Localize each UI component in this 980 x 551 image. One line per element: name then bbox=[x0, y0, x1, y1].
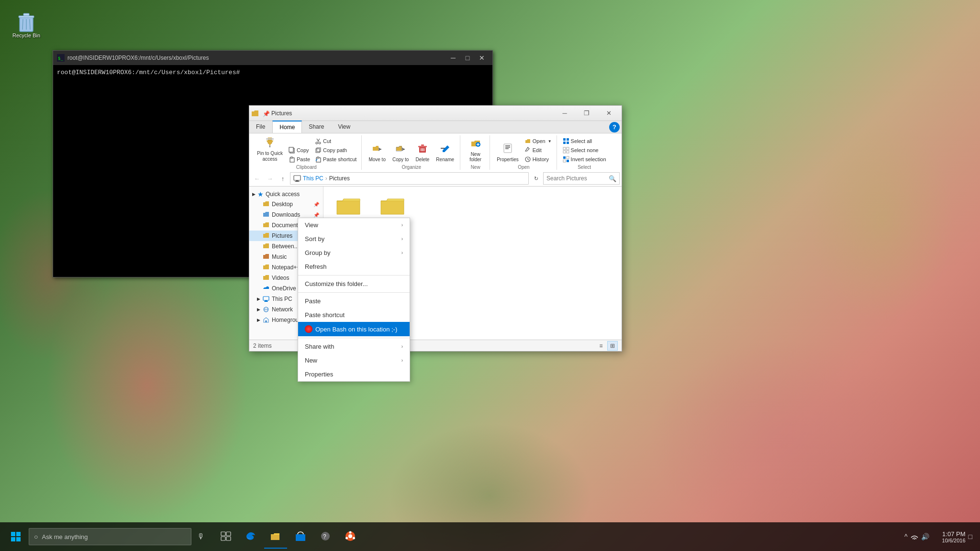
tray-volume-icon[interactable]: 🔊 bbox=[921, 533, 929, 540]
breadcrumb[interactable]: This PC › Pictures bbox=[290, 172, 529, 185]
ribbon-content: Pin to Quickaccess Copy Paste bbox=[249, 133, 622, 171]
sidebar-onedrive-label: OneDrive bbox=[272, 285, 296, 292]
ctx-new[interactable]: New › bbox=[298, 353, 410, 367]
rename-button[interactable]: Rename bbox=[433, 142, 457, 164]
network-icon bbox=[263, 306, 269, 313]
paste-button[interactable]: Paste bbox=[287, 155, 312, 164]
terminal-close-button[interactable]: ✕ bbox=[475, 53, 489, 63]
taskbar-ubuntu[interactable] bbox=[339, 525, 362, 549]
notepad-folder-icon bbox=[263, 264, 269, 271]
explorer-restore-button[interactable]: ❐ bbox=[576, 106, 598, 121]
ctx-sort-by[interactable]: Sort by › bbox=[298, 232, 410, 246]
app5-icon: ? bbox=[320, 530, 331, 542]
ribbon-help-button[interactable]: ? bbox=[609, 122, 620, 132]
terminal-prompt: root@INSIDERW10PROX6:/mnt/c/Users/xboxl/… bbox=[57, 69, 240, 76]
rename-icon bbox=[440, 143, 450, 156]
open-button[interactable]: Open ▼ bbox=[523, 137, 554, 145]
ctx-properties[interactable]: Properties bbox=[298, 367, 410, 381]
taskbar-mic-button[interactable]: 🎙 bbox=[192, 528, 210, 545]
breadcrumb-this-pc[interactable]: This PC bbox=[303, 175, 323, 182]
details-view-button[interactable]: ≡ bbox=[596, 341, 606, 351]
svg-rect-62 bbox=[11, 532, 15, 536]
tray-chevron-icon[interactable]: ^ bbox=[904, 533, 908, 540]
svg-rect-53 bbox=[296, 180, 299, 181]
tab-file[interactable]: File bbox=[249, 121, 272, 133]
copy-button[interactable]: Copy bbox=[287, 146, 312, 154]
select-none-button[interactable]: Select none bbox=[561, 146, 608, 154]
ctx-open-bash[interactable]: Open Bash on this location ;-) bbox=[298, 322, 410, 336]
tray-time[interactable]: 1:07 PM 10/6/2016 bbox=[932, 530, 966, 543]
taskbar-store[interactable] bbox=[289, 525, 312, 549]
tab-home[interactable]: Home bbox=[272, 121, 302, 133]
open-icon bbox=[524, 138, 531, 144]
select-all-button[interactable]: Select all bbox=[561, 137, 608, 145]
search-bar[interactable]: 🔍 bbox=[543, 172, 620, 185]
svg-rect-20 bbox=[317, 148, 321, 152]
taskbar-edge[interactable] bbox=[239, 525, 262, 549]
start-button[interactable] bbox=[4, 525, 28, 549]
explorer-close-button[interactable]: ✕ bbox=[598, 106, 620, 121]
invert-selection-label: Invert selection bbox=[571, 156, 606, 162]
delete-button[interactable]: Delete bbox=[412, 142, 432, 164]
back-button[interactable]: ← bbox=[251, 173, 263, 184]
history-button[interactable]: History bbox=[523, 155, 554, 164]
ctx-paste[interactable]: Paste bbox=[298, 294, 410, 308]
tab-share[interactable]: Share bbox=[302, 121, 331, 133]
copy-path-icon bbox=[315, 147, 322, 154]
ctx-refresh[interactable]: Refresh bbox=[298, 260, 410, 274]
new-folder-button[interactable]: Newfolder bbox=[466, 136, 485, 164]
taskbar-search-box[interactable]: ○ Ask me anything bbox=[29, 528, 191, 545]
properties-button[interactable]: Properties bbox=[494, 142, 522, 164]
quick-access-star-icon: ★ bbox=[257, 190, 264, 198]
sidebar-item-desktop[interactable]: ▶ Desktop 📌 bbox=[249, 199, 323, 209]
taskbar-app5[interactable]: ? bbox=[314, 525, 337, 549]
sidebar-quick-access-header[interactable]: ▶ ★ Quick access bbox=[249, 188, 323, 199]
ctx-customize[interactable]: Customize this folder... bbox=[298, 277, 410, 291]
svg-rect-47 bbox=[567, 151, 569, 153]
sidebar-music-label: Music bbox=[272, 253, 287, 260]
ribbon-clipboard-group: Pin to Quickaccess Copy Paste bbox=[251, 135, 362, 170]
breadcrumb-pictures[interactable]: Pictures bbox=[329, 175, 350, 182]
ctx-group-by[interactable]: Group by › bbox=[298, 246, 410, 260]
pin-to-quick-access-button[interactable]: Pin to Quickaccess bbox=[254, 135, 286, 164]
svg-point-75 bbox=[349, 531, 352, 534]
paste-shortcut-button[interactable]: Paste shortcut bbox=[313, 155, 358, 164]
svg-point-17 bbox=[316, 142, 318, 144]
terminal-minimize-button[interactable]: ─ bbox=[446, 53, 460, 63]
copy-to-button[interactable]: Copy to bbox=[390, 142, 412, 164]
sidebar-between-label: Between... bbox=[272, 243, 299, 250]
ctx-view[interactable]: View › bbox=[298, 218, 410, 232]
ctx-share-with[interactable]: Share with › bbox=[298, 340, 410, 353]
tray-action-center-icon[interactable]: □ bbox=[969, 533, 972, 540]
search-icon[interactable]: 🔍 bbox=[609, 175, 616, 182]
ribbon-select-group: Select all Select none Invert selection … bbox=[558, 135, 611, 170]
open-dropdown-icon[interactable]: ▼ bbox=[548, 139, 552, 143]
edit-button[interactable]: Edit bbox=[523, 146, 554, 154]
taskbar-file-explorer[interactable] bbox=[264, 525, 287, 549]
search-input[interactable] bbox=[546, 175, 604, 182]
up-button[interactable]: ↑ bbox=[277, 173, 289, 184]
forward-button[interactable]: → bbox=[264, 173, 276, 184]
tray-date-display: 10/6/2016 bbox=[932, 538, 966, 543]
tiles-view-button[interactable]: ⊞ bbox=[607, 341, 618, 351]
recycle-bin-icon[interactable]: Recycle Bin bbox=[10, 10, 43, 38]
refresh-button[interactable]: ↻ bbox=[530, 173, 542, 184]
move-to-button[interactable]: Move to bbox=[366, 142, 389, 164]
copy-path-button[interactable]: Copy path bbox=[313, 146, 358, 154]
select-all-icon bbox=[563, 138, 569, 144]
cut-button[interactable]: Cut bbox=[313, 137, 358, 145]
svg-rect-41 bbox=[567, 138, 569, 141]
terminal-maximize-button[interactable]: □ bbox=[461, 53, 474, 63]
invert-selection-button[interactable]: Invert selection bbox=[561, 155, 608, 164]
svg-rect-42 bbox=[563, 142, 566, 144]
ribbon-open-buttons: Properties Open ▼ Edit bbox=[494, 135, 553, 164]
pc-breadcrumb-icon bbox=[293, 175, 301, 182]
edit-icon bbox=[524, 147, 531, 154]
homegroup-chevron: ▶ bbox=[257, 318, 260, 322]
svg-rect-14 bbox=[289, 147, 293, 152]
tab-view[interactable]: View bbox=[331, 121, 357, 133]
taskbar-task-view[interactable] bbox=[214, 525, 237, 549]
explorer-minimize-button[interactable]: ─ bbox=[554, 106, 576, 121]
tray-network-icon[interactable] bbox=[911, 533, 918, 541]
ctx-paste-shortcut[interactable]: Paste shortcut bbox=[298, 308, 410, 322]
